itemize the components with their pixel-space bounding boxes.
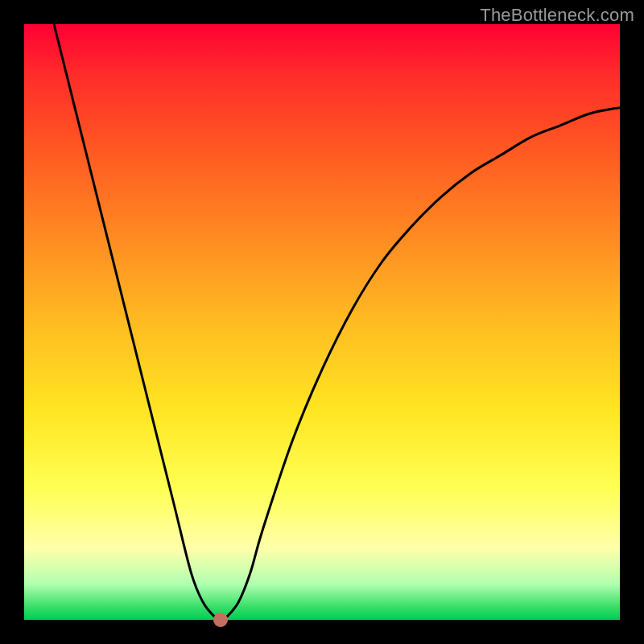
bottleneck-curve xyxy=(54,24,620,620)
plot-area xyxy=(24,24,620,620)
watermark-text: TheBottleneck.com xyxy=(480,5,634,26)
curve-svg xyxy=(24,24,620,620)
optimal-point-marker xyxy=(213,613,228,627)
